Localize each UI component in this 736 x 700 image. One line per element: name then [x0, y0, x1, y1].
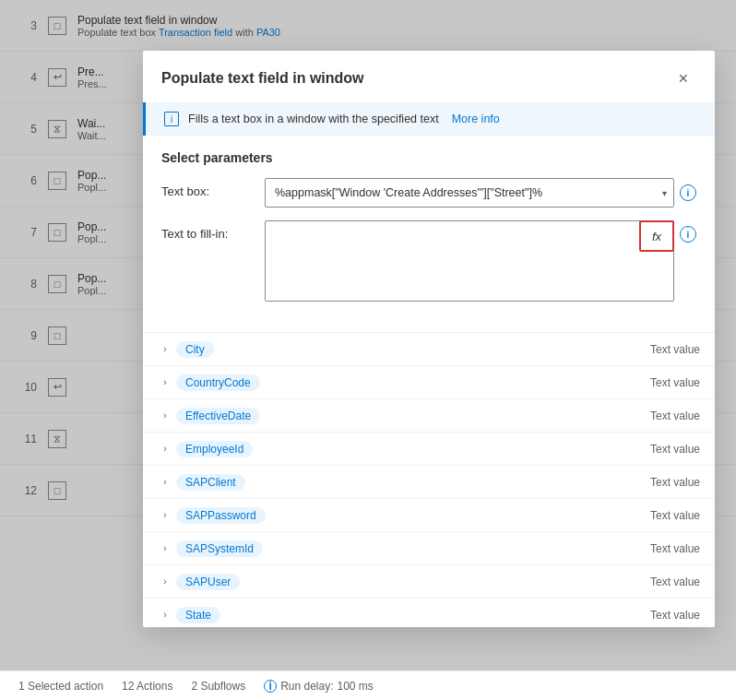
- var-row[interactable]: ›SAPPasswordText value: [143, 499, 715, 532]
- var-type-label: Text value: [650, 476, 700, 489]
- chevron-right-icon: ›: [158, 444, 172, 454]
- var-type-label: Text value: [650, 376, 700, 389]
- textfill-control-wrap: fx i: [265, 220, 696, 304]
- status-bar: 1 Selected action 12 Actions 2 Subflows …: [0, 670, 736, 700]
- var-type-label: Text value: [650, 443, 700, 456]
- actions-status: 12 Actions: [122, 680, 172, 693]
- chevron-right-icon: ›: [158, 410, 172, 421]
- textfill-info-icon[interactable]: i: [680, 226, 696, 243]
- subflows-status: 2 Subflows: [191, 680, 245, 693]
- var-type-label: Text value: [650, 509, 700, 522]
- info-banner-icon: i: [164, 112, 179, 126]
- var-row[interactable]: ›StateText value: [143, 599, 715, 627]
- modal-dialog: Populate text field in window ✕ i Fills …: [143, 51, 715, 627]
- var-row[interactable]: ›CityText value: [143, 333, 715, 366]
- var-type-label: Text value: [650, 609, 700, 622]
- var-type-label: Text value: [650, 542, 700, 555]
- var-name-tag: State: [176, 607, 220, 623]
- chevron-right-icon: ›: [158, 510, 172, 520]
- info-banner: i Fills a text box in a window with the …: [143, 102, 715, 136]
- textbox-select[interactable]: %appmask["Window 'Create Addresses'"]["S…: [265, 178, 674, 208]
- info-circle-icon: i: [264, 680, 277, 693]
- var-name-tag: CountryCode: [176, 374, 260, 391]
- selected-action-status: 1 Selected action: [18, 680, 103, 693]
- run-delay-status: i Run delay: 100 ms: [264, 680, 374, 693]
- textbox-info-icon[interactable]: i: [680, 184, 696, 201]
- info-text: Fills a text box in a window with the sp…: [188, 113, 439, 125]
- var-row[interactable]: ›SAPUserText value: [143, 565, 715, 599]
- fx-button-wrap: fx: [639, 220, 674, 252]
- fx-button[interactable]: fx: [641, 222, 672, 250]
- chevron-right-icon: ›: [158, 543, 172, 553]
- var-row[interactable]: ›CountryCodeText value: [143, 366, 715, 399]
- var-row[interactable]: ›EmployeeIdText value: [143, 433, 715, 466]
- textfill-input[interactable]: [265, 220, 674, 302]
- textbox-label: Text box:: [161, 178, 254, 198]
- chevron-right-icon: ›: [158, 610, 172, 620]
- textfill-row: Text to fill-in: fx i: [161, 220, 696, 304]
- var-name-tag: EmployeeId: [176, 441, 253, 457]
- chevron-right-icon: ›: [158, 377, 172, 387]
- var-name-tag: SAPSystemId: [176, 540, 263, 557]
- chevron-right-icon: ›: [158, 576, 172, 587]
- var-name-tag: SAPClient: [176, 474, 245, 491]
- var-type-label: Text value: [650, 575, 700, 588]
- modal-body: Select parameters Text box: %appmask["Wi…: [143, 136, 715, 332]
- variable-list-panel: ›CityText value›CountryCodeText value›Ef…: [143, 332, 715, 627]
- textbox-row: Text box: %appmask["Window 'Create Addre…: [161, 178, 696, 208]
- textfill-label: Text to fill-in:: [161, 220, 254, 241]
- var-type-label: Text value: [650, 343, 700, 356]
- modal-header: Populate text field in window ✕: [143, 51, 715, 102]
- var-name-tag: EffectiveDate: [176, 408, 260, 424]
- text-fill-area: fx: [265, 220, 674, 304]
- more-info-link[interactable]: More info: [452, 113, 500, 125]
- var-name-tag: SAPPassword: [176, 507, 266, 524]
- var-row[interactable]: ›EffectiveDateText value: [143, 399, 715, 433]
- var-name-tag: SAPUser: [176, 574, 240, 590]
- close-button[interactable]: ✕: [671, 65, 696, 91]
- var-row[interactable]: ›SAPClientText value: [143, 466, 715, 499]
- section-title: Select parameters: [161, 150, 696, 165]
- var-row[interactable]: ›SAPSystemIdText value: [143, 532, 715, 565]
- textbox-control-wrap: %appmask["Window 'Create Addresses'"]["S…: [265, 178, 696, 208]
- var-type-label: Text value: [650, 409, 700, 422]
- modal-title: Populate text field in window: [161, 70, 364, 87]
- chevron-right-icon: ›: [158, 344, 172, 354]
- chevron-right-icon: ›: [158, 477, 172, 487]
- textbox-select-wrapper: %appmask["Window 'Create Addresses'"]["S…: [265, 178, 674, 208]
- var-name-tag: City: [176, 341, 214, 358]
